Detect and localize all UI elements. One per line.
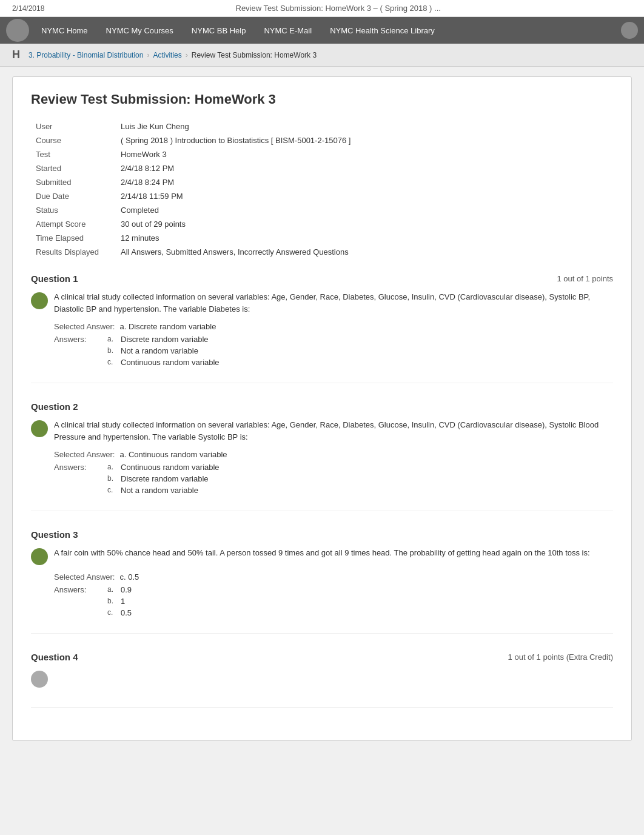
question-body-4 [31,669,613,688]
nav-bb-help[interactable]: NYMC BB Help [183,20,255,41]
answer-option-1-1: a.Discrete random variable [107,335,220,344]
top-bar: 2/14/2018 Review Test Submission: HomeWo… [0,0,644,17]
question-score-4: 1 out of 1 points (Extra Credit) [508,652,613,662]
answers-label-2: Answers: [54,463,102,472]
answers-row-3: Answers:a.0.9b.1c.0.5 [54,585,613,617]
answers-options-2: a.Continuous random variableb.Discrete r… [107,463,220,495]
answer-option-1-3: c.Continuous random variable [107,358,220,367]
nav-my-courses[interactable]: NYMC My Courses [98,20,182,41]
info-submitted: Submitted 2/4/18 8:24 PM [31,175,613,189]
started-value: 2/4/18 8:12 PM [116,161,613,175]
nav-library[interactable]: NYMC Health Science Library [321,20,443,41]
page-heading: Review Test Submission: HomeWork 3 [31,92,613,107]
question-block-2: Question 2A clinical trial study collect… [31,401,613,511]
due-date-label: Due Date [31,189,116,203]
test-value: HomeWork 3 [116,147,613,161]
answer-section-2: Selected Answer:a. Continuous random var… [54,450,613,495]
nav-email[interactable]: NYMC E-Mail [255,20,320,41]
breadcrumb-home[interactable]: H [12,49,20,61]
answer-option-2-2: b.Discrete random variable [107,474,220,483]
answer-letter-2-2: b. [107,474,118,483]
question-icon-2 [31,420,48,437]
question-block-3: Question 3A fair coin with 50% chance he… [31,529,613,634]
breadcrumb-sep-1: › [147,51,149,59]
answer-letter-1-1: a. [107,335,118,343]
course-label: Course [31,133,116,147]
nav-links: NYMC Home NYMC My Courses NYMC BB Help N… [33,20,443,41]
status-label: Status [31,203,116,217]
nav-search-icon[interactable] [621,22,638,39]
question-header-2: Question 2 [31,401,613,412]
time-elapsed-value: 12 minutes [116,231,613,245]
answer-text-2-1: Continuous random variable [121,463,220,472]
question-icon-1 [31,292,48,309]
question-title-2: Question 2 [31,401,78,412]
status-value: Completed [116,203,613,217]
selected-answer-label-3: Selected Answer: [54,572,115,582]
questions-container: Question 11 out of 1 pointsA clinical tr… [31,273,613,708]
breadcrumb-probability[interactable]: 3. Probability - Binomial Distribution [29,51,143,59]
submitted-value: 2/4/18 8:24 PM [116,175,613,189]
info-user: User Luis Jie Kun Cheng [31,119,613,133]
page-title-header: Review Test Submission: HomeWork 3 – ( S… [236,4,441,13]
info-status: Status Completed [31,203,613,217]
answer-letter-3-3: c. [107,608,118,617]
main-content: Review Test Submission: HomeWork 3 User … [12,76,632,741]
results-value: All Answers, Submitted Answers, Incorrec… [116,245,613,259]
selected-answer-value-3: c. 0.5 [119,572,139,582]
attempt-score-value: 30 out of 29 points [116,217,613,231]
answer-option-3-2: b.1 [107,597,132,606]
question-body-2: A clinical trial study collected informa… [31,419,613,443]
answer-option-1-2: b.Not a random variable [107,346,220,355]
test-label: Test [31,147,116,161]
started-label: Started [31,161,116,175]
info-time-elapsed: Time Elapsed 12 minutes [31,231,613,245]
answer-text-3-2: 1 [121,597,125,606]
question-icon-4 [31,671,48,688]
info-course: Course ( Spring 2018 ) Introduction to B… [31,133,613,147]
answer-letter-1-2: b. [107,346,118,355]
answers-label-3: Answers: [54,585,102,594]
course-value: ( Spring 2018 ) Introduction to Biostati… [116,133,613,147]
answers-row-2: Answers:a.Continuous random variableb.Di… [54,463,613,495]
nav-bar: NYMC Home NYMC My Courses NYMC BB Help N… [0,17,644,44]
question-text-2: A clinical trial study collected informa… [54,419,613,443]
breadcrumb-activities[interactable]: Activities [153,51,181,59]
question-header-3: Question 3 [31,529,613,540]
answer-option-3-3: c.0.5 [107,608,132,617]
answer-text-2-3: Not a random variable [121,486,198,495]
question-header-1: Question 11 out of 1 points [31,273,613,284]
info-table: User Luis Jie Kun Cheng Course ( Spring … [31,119,613,259]
selected-answer-value-2: a. Continuous random variable [119,450,227,459]
question-block-1: Question 11 out of 1 pointsA clinical tr… [31,273,613,383]
answer-text-1-3: Continuous random variable [121,358,220,367]
answer-section-1: Selected Answer:a. Discrete random varia… [54,322,613,367]
question-icon-3 [31,548,48,565]
answer-text-3-1: 0.9 [121,585,132,594]
nav-logo [6,19,29,42]
answer-text-3-3: 0.5 [121,608,132,617]
answer-text-1-1: Discrete random variable [121,335,209,344]
results-label: Results Displayed [31,245,116,259]
question-score-1: 1 out of 1 points [557,274,613,283]
answers-options-1: a.Discrete random variableb.Not a random… [107,335,220,367]
answers-label-1: Answers: [54,335,102,344]
question-title-4: Question 4 [31,652,78,662]
breadcrumb-bar: H 3. Probability - Binomial Distribution… [0,44,644,67]
nav-nymc-home[interactable]: NYMC Home [33,20,96,41]
info-started: Started 2/4/18 8:12 PM [31,161,613,175]
info-attempt-score: Attempt Score 30 out of 29 points [31,217,613,231]
selected-answer-label-2: Selected Answer: [54,450,115,459]
question-title-1: Question 1 [31,273,78,284]
question-block-4: Question 41 out of 1 points (Extra Credi… [31,652,613,708]
attempt-score-label: Attempt Score [31,217,116,231]
question-text-3: A fair coin with 50% chance head and 50%… [54,547,613,565]
user-value: Luis Jie Kun Cheng [116,119,613,133]
answers-row-1: Answers:a.Discrete random variableb.Not … [54,335,613,367]
answer-text-2-2: Discrete random variable [121,474,209,483]
question-body-3: A fair coin with 50% chance head and 50%… [31,547,613,565]
answers-options-3: a.0.9b.1c.0.5 [107,585,132,617]
answer-letter-1-3: c. [107,358,118,366]
info-results-displayed: Results Displayed All Answers, Submitted… [31,245,613,259]
selected-answer-row-2: Selected Answer:a. Continuous random var… [54,450,613,459]
